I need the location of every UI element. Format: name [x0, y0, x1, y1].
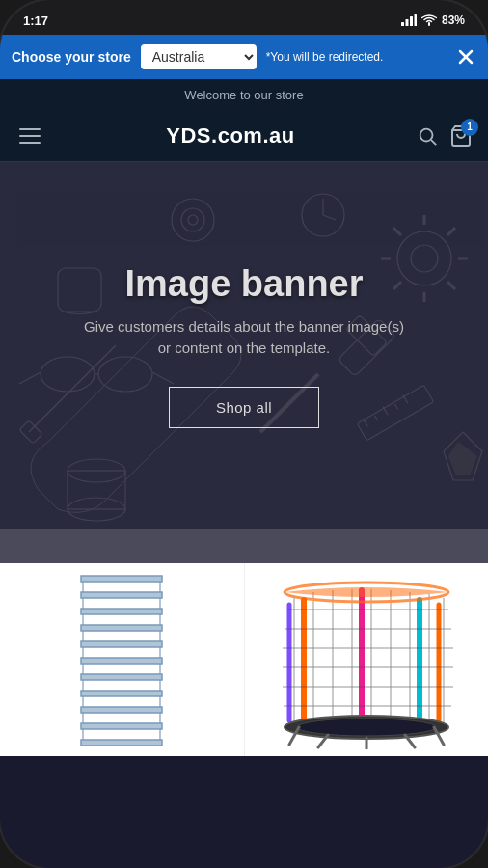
- status-time: 1:17: [23, 14, 48, 28]
- svg-rect-0: [401, 22, 404, 26]
- signal-icon: [401, 14, 417, 26]
- svg-rect-57: [81, 707, 162, 713]
- products-section: [0, 563, 488, 756]
- nav-icons: 1: [417, 124, 473, 148]
- svg-line-7: [431, 140, 436, 145]
- phone-shell: 1:17 83% Choose your store: [0, 0, 488, 868]
- welcome-text: Welcome to our store: [184, 88, 303, 102]
- svg-rect-59: [81, 740, 162, 746]
- gray-divider: [0, 529, 488, 563]
- svg-rect-55: [81, 674, 162, 680]
- close-banner-button[interactable]: [455, 46, 476, 68]
- banner-title: Image banner: [84, 263, 404, 305]
- image-banner: Image banner Give customers details abou…: [0, 162, 488, 529]
- svg-point-22: [181, 208, 204, 231]
- svg-line-27: [19, 372, 41, 384]
- svg-rect-49: [81, 576, 162, 582]
- svg-point-21: [172, 199, 214, 241]
- hamburger-line-2: [19, 135, 41, 137]
- choose-store-label: Choose your store: [12, 49, 131, 65]
- cart-badge: 1: [461, 119, 478, 136]
- store-select[interactable]: Australia New Zealand USA UK: [141, 44, 257, 69]
- search-button[interactable]: [417, 125, 438, 147]
- svg-rect-1: [405, 19, 408, 26]
- svg-line-18: [447, 282, 455, 289]
- trampoline-image: [270, 571, 463, 749]
- svg-rect-41: [68, 471, 125, 509]
- hamburger-line-3: [19, 142, 41, 144]
- banner-content: Image banner Give customers details abou…: [65, 263, 423, 428]
- svg-rect-3: [414, 14, 417, 26]
- svg-rect-51: [81, 609, 162, 614]
- svg-rect-52: [81, 625, 162, 631]
- status-icons: 83%: [401, 14, 465, 27]
- status-bar: 1:17 83%: [0, 0, 488, 35]
- site-title: YDS.com.au: [166, 123, 294, 149]
- battery-text: 83%: [442, 14, 465, 27]
- hamburger-menu-button[interactable]: [15, 124, 44, 148]
- svg-rect-56: [81, 691, 162, 696]
- welcome-bar: Welcome to our store: [0, 79, 488, 110]
- redirect-text: *You will be redirected.: [266, 50, 446, 64]
- svg-rect-2: [410, 16, 413, 26]
- svg-rect-58: [81, 723, 162, 729]
- svg-point-82: [297, 719, 436, 736]
- svg-rect-10: [19, 420, 42, 444]
- svg-rect-50: [81, 592, 162, 598]
- cart-button[interactable]: 1: [449, 124, 473, 148]
- product-item-trampoline[interactable]: [245, 563, 489, 756]
- wifi-icon: [421, 14, 437, 26]
- svg-rect-54: [81, 658, 162, 664]
- store-banner: Choose your store Australia New Zealand …: [0, 35, 488, 79]
- svg-point-23: [188, 215, 198, 225]
- svg-line-39: [323, 215, 336, 220]
- status-notch: [186, 0, 302, 27]
- hamburger-line-1: [19, 128, 41, 130]
- shelf-image: [73, 571, 170, 749]
- nav-bar: YDS.com.au 1: [0, 110, 488, 162]
- product-item-shelf[interactable]: [0, 563, 245, 756]
- svg-line-20: [447, 228, 455, 235]
- svg-marker-36: [448, 442, 477, 475]
- close-icon: [457, 48, 474, 66]
- svg-point-6: [420, 128, 433, 141]
- banner-subtitle: Give customers details about the banner …: [84, 316, 404, 360]
- svg-rect-53: [81, 641, 162, 647]
- svg-line-17: [393, 228, 401, 235]
- search-icon: [417, 125, 438, 147]
- screen: Choose your store Australia New Zealand …: [0, 35, 488, 868]
- shop-all-button[interactable]: Shop all: [169, 387, 319, 428]
